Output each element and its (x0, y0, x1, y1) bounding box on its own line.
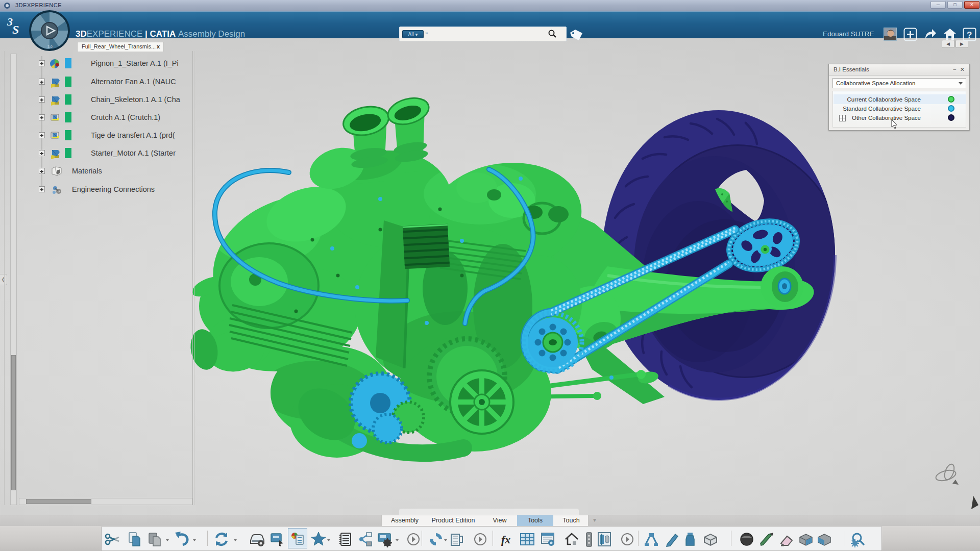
svg-text:3.0: 3.0 (47, 45, 53, 48)
svg-text:fx: fx (501, 533, 510, 546)
svg-text:?: ? (967, 30, 972, 40)
svg-text:S: S (12, 23, 19, 36)
